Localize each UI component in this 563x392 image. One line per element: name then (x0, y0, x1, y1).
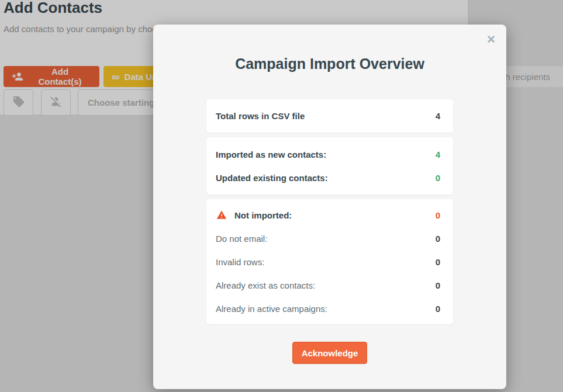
modal-title: Campaign Import Overview (153, 55, 506, 72)
stat-label: Already exist as contacts: (216, 280, 315, 290)
stat-value: 0 (436, 304, 440, 314)
stat-label: Do not email: (216, 234, 267, 244)
close-button[interactable]: ✕ (483, 30, 499, 48)
stat-label: Not imported: (234, 210, 292, 220)
stat-row-invalid-rows: Invalid rows: 0 (216, 250, 440, 273)
stat-row-total: Total rows in CSV file 4 (216, 99, 440, 133)
page-background: Add Contacts Add contacts to your campai… (0, 0, 563, 392)
stat-row-updated: Updated existing contacts: 0 (216, 166, 440, 189)
close-icon: ✕ (486, 33, 496, 46)
stat-label: Already in active campaigns: (216, 304, 327, 314)
imported-card: Imported as new contacts: 4 Updated exis… (206, 137, 453, 195)
stat-value: 0 (436, 280, 440, 290)
stat-value: 4 (436, 150, 440, 159)
stat-row-already-active: Already in active campaigns: 0 (216, 297, 440, 320)
stat-value: 0 (436, 173, 440, 183)
campaign-import-modal: ✕ Campaign Import Overview Total rows in… (153, 25, 506, 389)
stat-label: Updated existing contacts: (216, 173, 328, 183)
not-imported-card: Not imported: 0 Do not email: 0 Invalid … (206, 199, 453, 324)
stat-value: 0 (436, 210, 440, 220)
stat-label: Invalid rows: (216, 257, 264, 267)
stat-value: 4 (436, 111, 440, 121)
stat-row-imported: Imported as new contacts: 4 (216, 143, 440, 166)
total-rows-card: Total rows in CSV file 4 (206, 99, 453, 133)
stat-row-not-imported: Not imported: 0 (216, 203, 440, 227)
stat-value: 0 (436, 257, 440, 267)
stat-label: Total rows in CSV file (216, 111, 305, 121)
stat-label: Imported as new contacts: (216, 150, 326, 159)
stat-row-already-exist: Already exist as contacts: 0 (216, 273, 440, 297)
stat-value: 0 (436, 234, 440, 244)
warning-icon (216, 210, 227, 220)
stat-row-do-not-email: Do not email: 0 (216, 227, 440, 250)
import-summary: Total rows in CSV file 4 Imported as new… (206, 99, 453, 324)
acknowledge-button[interactable]: Acknowledge (292, 342, 368, 364)
